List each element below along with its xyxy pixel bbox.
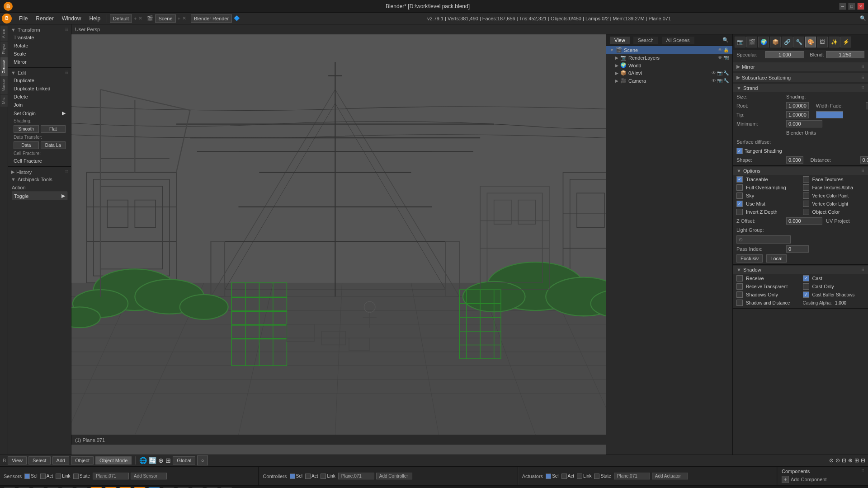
world-prop-icon[interactable]: 🌍 bbox=[758, 37, 769, 47]
camera-restrict[interactable]: 📷 bbox=[717, 78, 722, 83]
strand-header[interactable]: ▼ Strand ⠿ bbox=[733, 84, 868, 92]
set-origin-button[interactable]: Set Origin ▶ bbox=[8, 109, 71, 117]
close-button[interactable]: ✕ bbox=[857, 3, 864, 10]
toolbar-icon-6[interactable]: ⊟ bbox=[861, 457, 865, 464]
toolbar-earth-icon[interactable]: 🌐 bbox=[139, 457, 147, 464]
traceable-check[interactable] bbox=[736, 176, 743, 183]
modifier-icon[interactable]: 🔧 bbox=[793, 37, 804, 47]
outliner-tab-view[interactable]: View bbox=[610, 37, 630, 44]
controllers-act-check[interactable] bbox=[305, 474, 311, 479]
scene-eye[interactable]: 👁 bbox=[718, 47, 722, 52]
controllers-link-check[interactable] bbox=[321, 474, 326, 479]
data-la-button[interactable]: Data La bbox=[41, 141, 66, 149]
receive-transparent-check[interactable] bbox=[736, 283, 743, 290]
rl-eye[interactable]: 👁 bbox=[718, 55, 722, 60]
viewport[interactable]: X Z Y (1) Plane.071 bbox=[71, 34, 606, 455]
controllers-plane-input[interactable]: Plane.071 bbox=[338, 473, 374, 479]
cast-only-check[interactable] bbox=[803, 283, 809, 290]
material-icon[interactable]: 🎨 bbox=[805, 37, 816, 47]
sensors-state-check[interactable] bbox=[73, 474, 79, 479]
exclusiv-button[interactable]: Exclusiv bbox=[736, 254, 763, 263]
cast-check[interactable] bbox=[803, 275, 809, 282]
toolbar-grid-icon[interactable]: ⊞ bbox=[165, 457, 171, 464]
strip-tab-mis[interactable]: Mis bbox=[0, 95, 8, 107]
search-icon[interactable]: 🔍 bbox=[860, 15, 866, 21]
texture-icon[interactable]: 🖼 bbox=[817, 37, 828, 47]
menu-render[interactable]: Render bbox=[32, 14, 57, 23]
options-header[interactable]: ▼ Options ⠿ bbox=[733, 167, 868, 175]
toolbar-view[interactable]: View bbox=[8, 456, 27, 465]
toolbar-icon-1[interactable]: ⊘ bbox=[829, 457, 834, 464]
shadow-and-distance-check[interactable] bbox=[736, 300, 743, 306]
toolbar-prop-icon[interactable]: ○ bbox=[197, 455, 208, 465]
add-controller-btn[interactable]: Add Controller bbox=[376, 473, 412, 479]
outliner-item-0ainvi[interactable]: ▶ 📦 0Ainvi 👁 📷 🔧 bbox=[606, 69, 732, 77]
physics-icon[interactable]: ⚡ bbox=[840, 37, 851, 47]
toolbar-icon-3[interactable]: ⊡ bbox=[842, 457, 846, 464]
scale-button[interactable]: Scale bbox=[8, 50, 71, 58]
toolbar-snap-icon[interactable]: ⊕ bbox=[158, 457, 164, 464]
scene-lock[interactable]: 🔒 bbox=[723, 47, 729, 52]
outliner-tab-all-scenes[interactable]: All Scenes bbox=[662, 37, 694, 44]
invert-z-check[interactable] bbox=[736, 209, 743, 215]
delete-button[interactable]: Delete bbox=[8, 93, 71, 101]
object-prop-icon[interactable]: 📦 bbox=[770, 37, 781, 47]
toolbar-select[interactable]: Select bbox=[28, 456, 51, 465]
particles-icon[interactable]: ✨ bbox=[829, 37, 840, 47]
toolbar-object-mode[interactable]: Object Mode bbox=[95, 456, 132, 465]
shadows-only-check[interactable] bbox=[736, 291, 743, 298]
actuators-act-check[interactable] bbox=[561, 474, 567, 479]
renderer-selector[interactable]: Blender Render bbox=[191, 14, 232, 23]
strip-tab-grease[interactable]: Grease bbox=[0, 57, 8, 76]
shadow-header[interactable]: ▼ Shadow ⠿ bbox=[733, 266, 868, 274]
strip-tab-physi[interactable]: Physi bbox=[0, 42, 8, 57]
ainvi-eye[interactable]: 👁 bbox=[712, 70, 716, 75]
minimum-value[interactable]: 0.000 bbox=[786, 120, 822, 127]
render-icon[interactable]: 📷 bbox=[735, 37, 745, 47]
light-group-input[interactable]: ⊙ bbox=[736, 235, 791, 244]
sky-check[interactable] bbox=[736, 192, 743, 199]
outliner-item-renderlayers[interactable]: ▶ 📷 RenderLayers 👁 📷 bbox=[606, 54, 732, 61]
sensors-add-sensor[interactable]: Add Sensor bbox=[131, 473, 167, 479]
maximize-button[interactable]: □ bbox=[848, 3, 855, 10]
local-button[interactable]: Local bbox=[766, 254, 786, 263]
add-component-plus[interactable]: + bbox=[782, 476, 789, 483]
tip-value[interactable]: 1.00000 bbox=[786, 111, 809, 118]
outliner-search-icon[interactable]: 🔍 bbox=[722, 37, 729, 43]
vertex-color-paint-check[interactable] bbox=[803, 192, 809, 199]
history-section-header[interactable]: ▶ History ⠿ bbox=[8, 168, 71, 176]
archipack-section-header[interactable]: ▼ Archipack Tools bbox=[8, 176, 71, 183]
toolbar-add[interactable]: Add bbox=[52, 456, 70, 465]
sensors-sel-check[interactable] bbox=[24, 474, 30, 479]
controllers-sel-check[interactable] bbox=[290, 474, 295, 479]
sss-header[interactable]: ▶ Subsurface Scattering ⠿ bbox=[733, 73, 868, 82]
menu-file[interactable]: File bbox=[15, 14, 31, 23]
toolbar-icon-2[interactable]: ⊙ bbox=[835, 457, 840, 464]
vertex-color-light-check[interactable] bbox=[803, 201, 809, 207]
color-swatch[interactable] bbox=[816, 111, 843, 118]
receive-check[interactable] bbox=[736, 275, 743, 282]
actuators-sel-check[interactable] bbox=[546, 474, 551, 479]
mirror-header[interactable]: ▶ Mirror ⠿ bbox=[733, 62, 868, 71]
cell-fracture-button[interactable]: Cell Fracture bbox=[8, 157, 71, 165]
join-button[interactable]: Join bbox=[8, 101, 71, 109]
blend-value[interactable]: 1.250 bbox=[826, 51, 865, 58]
shape-value[interactable]: 0.000 bbox=[786, 156, 803, 164]
full-oversampling-check[interactable] bbox=[736, 184, 743, 191]
specular-value[interactable]: 1.000 bbox=[765, 51, 804, 58]
sensors-act-check[interactable] bbox=[40, 474, 46, 479]
ainvi-render[interactable]: 🔧 bbox=[723, 70, 729, 75]
outliner-item-world[interactable]: ▶ 🌍 World bbox=[606, 61, 732, 69]
face-textures-check[interactable] bbox=[803, 176, 809, 183]
flat-button[interactable]: Flat bbox=[41, 125, 66, 133]
root-value[interactable]: 1.00000 bbox=[786, 102, 809, 109]
constraint-icon[interactable]: 🔗 bbox=[782, 37, 793, 47]
toolbar-rotate-icon[interactable]: 🔄 bbox=[149, 457, 156, 464]
use-mist-check[interactable] bbox=[736, 201, 743, 207]
actuators-plane-input[interactable]: Plane.071 bbox=[614, 473, 650, 479]
camera-eye[interactable]: 👁 bbox=[712, 78, 716, 83]
strip-tab-manue[interactable]: Manue bbox=[0, 76, 8, 94]
outliner-tab-search[interactable]: Search bbox=[633, 37, 658, 44]
toolbar-icon-4[interactable]: ⊕ bbox=[848, 457, 853, 464]
duplicate-linked-button[interactable]: Duplicate Linked bbox=[8, 84, 71, 93]
